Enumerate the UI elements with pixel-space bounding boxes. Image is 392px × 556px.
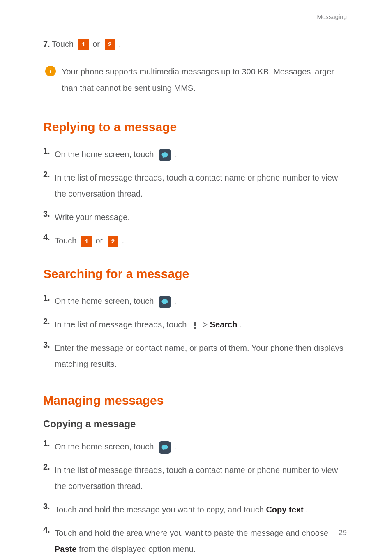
step-4: 4. Touch 1 or 2 . xyxy=(43,233,347,249)
sim1-icon: 1 xyxy=(78,39,89,50)
step-content: In the list of message threads, touch a … xyxy=(55,170,347,202)
step-number: 1. xyxy=(43,293,53,303)
step-number: 4. xyxy=(43,525,53,535)
step-content: Enter the message or contact name, or pa… xyxy=(55,340,347,372)
text: Touch xyxy=(52,39,76,49)
text: Touch and hold the area where you want t… xyxy=(55,528,328,537)
step-number: 1. xyxy=(43,146,53,156)
text: . xyxy=(174,442,176,451)
step-2: 2. In the list of message threads, touch… xyxy=(43,170,347,202)
messaging-app-icon xyxy=(159,296,171,308)
step-content: Touch 1 or 2 . xyxy=(52,36,121,52)
messaging-app-icon xyxy=(159,149,171,161)
text: Touch xyxy=(55,236,79,245)
text: On the home screen, touch xyxy=(55,442,156,451)
step-number: 3. xyxy=(43,502,53,511)
step-1: 1. On the home screen, touch . xyxy=(43,439,347,455)
text: . xyxy=(174,297,176,306)
step-7: 7. Touch 1 or 2 . xyxy=(43,36,347,52)
text: In the list of message threads, touch xyxy=(55,320,189,329)
text: On the home screen, touch xyxy=(55,297,156,306)
search-steps: 1. On the home screen, touch . 2. In the… xyxy=(43,293,347,372)
step-number: 3. xyxy=(43,340,53,350)
text: . xyxy=(119,39,121,49)
heading-managing: Managing messages xyxy=(43,394,347,408)
step-content: On the home screen, touch . xyxy=(55,439,176,455)
info-icon: i xyxy=(45,66,56,76)
step-content: In the list of message threads, touch > … xyxy=(55,317,242,333)
text: . xyxy=(306,505,308,514)
step-content: In the list of message threads, touch a … xyxy=(55,462,347,494)
step-content: Write your message. xyxy=(55,209,130,225)
messaging-app-icon xyxy=(159,441,171,454)
text: or xyxy=(96,236,105,245)
text: > xyxy=(203,320,210,329)
sim2-icon: 2 xyxy=(105,39,115,50)
bold-text: Paste xyxy=(55,544,76,554)
step-4: 4. Touch and hold the area where you wan… xyxy=(43,525,347,556)
step-number: 2. xyxy=(43,462,53,472)
step-content: Touch and hold the message you want to c… xyxy=(55,502,308,518)
bold-text: Copy text xyxy=(266,505,303,514)
step-content: Touch and hold the area where you want t… xyxy=(55,525,347,556)
heading-searching: Searching for a message xyxy=(43,267,347,281)
step-number: 2. xyxy=(43,317,53,326)
step-number: 3. xyxy=(43,209,53,219)
heading-replying: Replying to a message xyxy=(43,120,347,134)
copy-steps: 1. On the home screen, touch . 2. In the… xyxy=(43,439,347,556)
step-content: Touch 1 or 2 . xyxy=(55,233,124,249)
note-block: i Your phone supports multimedia message… xyxy=(45,63,347,96)
text: . xyxy=(122,236,124,245)
step-1: 1. On the home screen, touch . xyxy=(43,293,347,309)
bold-text: Search xyxy=(210,320,238,329)
text: . xyxy=(240,320,242,329)
step-3: 3. Write your message. xyxy=(43,209,347,225)
step-number: 2. xyxy=(43,170,53,179)
step-number: 1. xyxy=(43,439,53,448)
text: Touch and hold the message you want to c… xyxy=(55,505,266,514)
sim2-icon: 2 xyxy=(108,236,118,247)
subheading-copying: Copying a message xyxy=(43,418,347,430)
page-number: 29 xyxy=(339,528,347,537)
step-2: 2. In the list of message threads, touch… xyxy=(43,317,347,333)
text: On the home screen, touch xyxy=(55,150,156,159)
sim1-icon: 1 xyxy=(81,236,92,247)
step-3: 3. Enter the message or contact name, or… xyxy=(43,340,347,372)
text: or xyxy=(92,39,102,49)
note-text: Your phone supports multimedia messages … xyxy=(62,63,347,96)
running-head: Messaging xyxy=(317,13,347,20)
step-number: 4. xyxy=(43,233,53,242)
step-content: On the home screen, touch . xyxy=(55,146,176,162)
overflow-menu-icon xyxy=(192,321,198,329)
step-number: 7. xyxy=(43,39,50,49)
step-1: 1. On the home screen, touch . xyxy=(43,146,347,162)
text: . xyxy=(174,150,176,159)
reply-steps: 1. On the home screen, touch . 2. In the… xyxy=(43,146,347,249)
step-content: On the home screen, touch . xyxy=(55,293,176,309)
step-2: 2. In the list of message threads, touch… xyxy=(43,462,347,494)
text: from the displayed option menu. xyxy=(79,544,196,554)
step-3: 3. Touch and hold the message you want t… xyxy=(43,502,347,518)
